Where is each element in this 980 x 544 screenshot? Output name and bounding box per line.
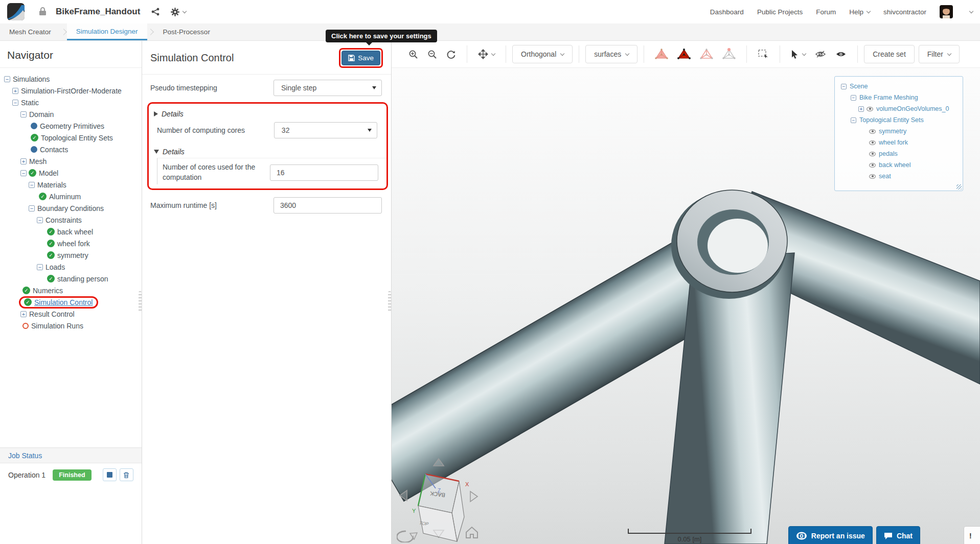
collapse-icon[interactable]: − (20, 111, 27, 117)
visibility-eye-icon[interactable] (869, 129, 876, 134)
max-runtime-input[interactable] (274, 197, 382, 214)
collapse-icon[interactable]: − (37, 264, 43, 270)
chat-button[interactable]: Chat (876, 526, 920, 544)
details-toggle-expanded[interactable]: Details (149, 144, 386, 158)
panel-resize-handle[interactable] (388, 291, 391, 312)
collapse-icon[interactable]: − (20, 170, 27, 176)
panel-resize-grip[interactable] (956, 184, 962, 190)
collapse-icon[interactable]: − (12, 100, 18, 106)
tree-item-aluminum[interactable]: ✓Aluminum (0, 191, 142, 202)
collapse-icon[interactable]: − (29, 205, 35, 211)
tree-item-domain[interactable]: −Domain (0, 108, 142, 120)
tree-item-simulation-firstorder[interactable]: +Simulation-FirstOrder-Moderate (0, 85, 142, 97)
tab-simulation-designer[interactable]: Simulation Designer (67, 23, 147, 40)
tree-item-standing-person[interactable]: ✓standing person (0, 273, 142, 285)
select-nodes-icon[interactable] (719, 45, 739, 63)
delete-job-button[interactable] (120, 468, 133, 481)
zoom-out-icon[interactable] (424, 47, 440, 62)
tree-item-numerics[interactable]: ✓Numerics (0, 285, 142, 296)
tab-mesh-creator[interactable]: Mesh Creator (0, 23, 60, 40)
tree-item-constraints[interactable]: −Constraints (0, 214, 142, 226)
nav-forum[interactable]: Forum (816, 8, 836, 16)
projection-mode-button[interactable]: Orthogonal (512, 45, 573, 63)
settings-gear-icon[interactable] (171, 8, 186, 16)
chevron-down-icon[interactable] (969, 9, 973, 13)
scene-item-bike-frame-meshing[interactable]: −Bike Frame Meshing (838, 92, 960, 103)
filter-button[interactable]: Filter (919, 45, 960, 63)
avatar[interactable] (940, 5, 953, 18)
collapse-icon[interactable]: − (841, 84, 847, 89)
collapse-icon[interactable]: − (4, 76, 10, 82)
report-issue-button[interactable]: Report an issue (788, 526, 873, 544)
rotate-ccw-arrowhead-icon[interactable] (410, 533, 417, 539)
tree-item-loads[interactable]: −Loads (0, 261, 142, 273)
select-edges-icon[interactable] (697, 45, 716, 63)
tree-item-result-control[interactable]: +Result Control (0, 308, 142, 320)
box-select-icon[interactable] (755, 46, 772, 62)
scene-item-symmetry[interactable]: symmetry (838, 126, 960, 137)
home-view-icon[interactable] (466, 527, 477, 538)
viewport-3d[interactable]: Orthogonal surfaces Create set Filter (392, 41, 980, 544)
pan-icon[interactable] (475, 46, 498, 62)
visibility-eye-icon[interactable] (867, 107, 873, 111)
tree-item-symmetry[interactable]: ✓symmetry (0, 249, 142, 261)
scene-item-pedals[interactable]: pedals (838, 148, 960, 159)
tree-item-geometry-primitives[interactable]: Geometry Primitives (0, 120, 142, 132)
expand-icon[interactable]: + (20, 311, 27, 317)
visibility-eye-icon[interactable] (869, 140, 876, 145)
nav-username[interactable]: shivcontractor (883, 8, 926, 16)
scene-item-topological-entity-sets[interactable]: −Topological Entity Sets (838, 114, 960, 126)
collapse-icon[interactable]: − (851, 117, 856, 123)
nav-dashboard[interactable]: Dashboard (710, 8, 744, 16)
show-all-icon[interactable] (832, 48, 850, 61)
panel-resize-handle[interactable] (139, 291, 142, 312)
collapse-icon[interactable]: − (851, 95, 856, 101)
tree-item-simulations[interactable]: −Simulations (0, 73, 142, 85)
cursor-select-icon[interactable] (788, 47, 809, 61)
scene-item-volume[interactable]: +volumeOnGeoVolumes_0 (838, 103, 960, 114)
nav-help[interactable]: Help (849, 8, 870, 16)
tree-item-simulation-control[interactable]: ✓Simulation Control (0, 296, 142, 308)
visibility-eye-icon[interactable] (869, 163, 876, 168)
zoom-in-icon[interactable] (405, 47, 421, 62)
tree-item-static[interactable]: −Static (0, 97, 142, 108)
collapse-icon[interactable]: − (29, 182, 35, 188)
tree-item-simulation-runs[interactable]: Simulation Runs (0, 320, 142, 332)
expand-icon[interactable]: + (20, 158, 27, 164)
scene-item-scene[interactable]: −Scene (838, 81, 960, 92)
app-logo-icon[interactable] (7, 3, 25, 20)
notification-button[interactable]: ! (964, 526, 980, 544)
pseudo-timestepping-select[interactable]: Single step (274, 80, 382, 96)
rotate-right-arrow-icon[interactable] (470, 491, 477, 502)
tree-item-topological-entity-sets[interactable]: ✓Topological Entity Sets (0, 132, 142, 144)
collapse-icon[interactable]: − (37, 217, 43, 223)
nav-public-projects[interactable]: Public Projects (757, 8, 803, 16)
save-button[interactable]: Save (341, 51, 380, 65)
create-set-button[interactable]: Create set (864, 45, 915, 63)
visibility-eye-icon[interactable] (869, 152, 876, 156)
tree-item-back-wheel[interactable]: ✓back wheel (0, 226, 142, 238)
scene-item-seat[interactable]: seat (838, 171, 960, 182)
rotate-left-arrow-icon[interactable] (400, 490, 407, 501)
details-toggle-collapsed[interactable]: Details (149, 106, 386, 120)
computing-cores-select[interactable]: 32 (274, 122, 377, 138)
tree-item-contacts[interactable]: Contacts (0, 144, 142, 155)
tree-item-boundary-conditions[interactable]: −Boundary Conditions (0, 202, 142, 214)
hide-selection-icon[interactable] (812, 48, 829, 61)
tree-item-model[interactable]: −✓Model (0, 167, 142, 179)
rotate-up-arrow-icon[interactable] (434, 459, 444, 466)
select-volumes-icon[interactable] (652, 45, 671, 63)
render-mode-button[interactable]: surfaces (585, 45, 637, 63)
cores-used-input[interactable] (270, 164, 378, 181)
view-cube[interactable]: BACK TOP X Y Z (412, 474, 469, 541)
tab-post-processor[interactable]: Post-Processor (154, 23, 219, 40)
stop-job-button[interactable] (103, 468, 117, 481)
expand-icon[interactable]: + (858, 106, 864, 112)
reset-view-icon[interactable] (443, 47, 459, 62)
share-icon[interactable] (151, 8, 159, 16)
expand-icon[interactable]: + (12, 88, 18, 94)
scene-item-wheel-fork[interactable]: wheel fork (838, 137, 960, 148)
tree-item-mesh[interactable]: +Mesh (0, 155, 142, 167)
view-navigation-widget[interactable]: BACK TOP X Y Z (397, 456, 484, 542)
tree-item-wheel-fork[interactable]: ✓wheel fork (0, 238, 142, 249)
